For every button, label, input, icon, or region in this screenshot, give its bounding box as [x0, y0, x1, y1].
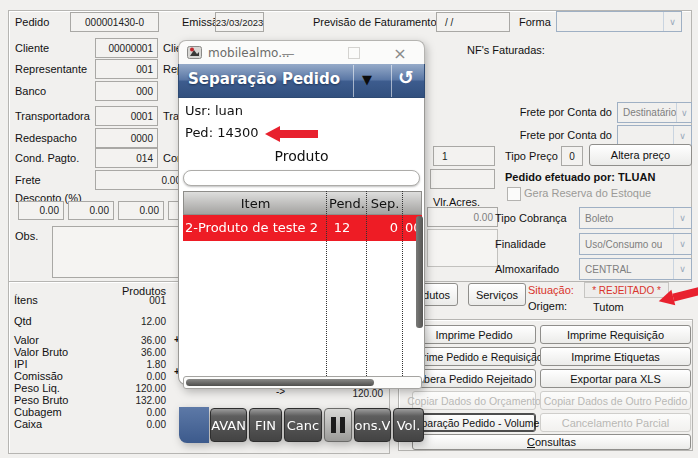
- dialog-header: Separação Pedido ▼ ↺: [178, 64, 425, 98]
- copiar-dados-outro-pedido-button[interactable]: Copiar Dados de Outro Pedido: [540, 391, 691, 410]
- finalizar-button[interactable]: FIN: [249, 408, 282, 442]
- table-horizontal-scrollbar-track[interactable]: [183, 376, 422, 389]
- imprime-etiquetas-button[interactable]: Imprime Etiquetas: [540, 347, 691, 366]
- situacao-label: Situação:: [528, 284, 574, 296]
- representante-field[interactable]: 001: [95, 59, 158, 79]
- vlr-acres-field[interactable]: 0.00: [427, 207, 498, 227]
- close-icon[interactable]: ×: [391, 45, 409, 61]
- separacao-pedido-volume-button[interactable]: Separação Pedido - Volume: [412, 413, 536, 432]
- frete-field[interactable]: 0.00: [95, 170, 186, 190]
- ped-annotation-arrow-icon: [265, 126, 318, 142]
- summary-value-qtd: 12.00: [96, 316, 166, 327]
- order-form-window: Pedido 000001430-0 Emissão 23/03/2023 Pr…: [0, 0, 698, 458]
- almoxarifado-value: CENTRAL: [585, 264, 632, 275]
- dialog-bottom-blue-stub: [179, 407, 209, 443]
- cancelamento-parcial-button[interactable]: Cancelamento Parcial: [540, 413, 691, 432]
- previsao-faturamento-label: Previsão de Faturamento: [313, 16, 437, 28]
- frete-label: Frete: [15, 174, 41, 186]
- table-cell-sep: 0: [362, 220, 398, 235]
- summary-value-peso-liq: 120.00: [96, 383, 166, 394]
- finalidade-dropdown[interactable]: Uso/Consumo ou ∨: [579, 233, 692, 255]
- summary-total-peso: 120.00: [313, 388, 383, 399]
- desconto-field-1[interactable]: 0.00: [18, 201, 64, 220]
- frete-conta-2-dropdown[interactable]: ∨: [617, 125, 692, 146]
- summary-label-qtd: Qtd: [14, 315, 32, 327]
- maximize-icon[interactable]: [345, 45, 363, 61]
- summary-value-valor: 36.00: [96, 335, 166, 346]
- summary-label-cubagem: Cubagem: [14, 406, 62, 418]
- almoxarifado-dropdown[interactable]: CENTRAL ∨: [579, 258, 692, 280]
- header-dropdown-icon[interactable]: ▼: [362, 72, 372, 87]
- redespacho-label: Redespacho: [15, 132, 77, 144]
- copiar-dados-orcamento-button[interactable]: Copiar Dados do Orçamento: [412, 391, 536, 410]
- banco-field[interactable]: 000: [95, 81, 158, 101]
- summary-label-ipi: IPI: [14, 358, 27, 370]
- transportadora-label: Transportadora: [15, 110, 90, 122]
- table-horizontal-scrollbar-thumb[interactable]: [186, 379, 374, 386]
- header-undo-icon[interactable]: ↺: [398, 66, 414, 88]
- exportar-xls-button[interactable]: Exportar para XLS: [540, 369, 691, 388]
- previsao-faturamento-field[interactable]: / /: [436, 12, 510, 32]
- redespacho-field[interactable]: 0000: [95, 128, 158, 148]
- dialog-titlebar[interactable]: mobilealmo... — ×: [178, 40, 425, 64]
- summary-value-itens: 001: [96, 295, 166, 306]
- summary-value-peso-bruto: 132.00: [96, 395, 166, 406]
- pedido-label: Pedido: [15, 16, 49, 28]
- obs-label: Obs.: [15, 230, 38, 242]
- pedido-field[interactable]: 000001430-0: [70, 12, 159, 32]
- table-header: Item Pend. Sep.: [183, 191, 422, 215]
- desconto-field-2[interactable]: 0.00: [68, 201, 114, 220]
- avancar-button[interactable]: AVAN: [210, 408, 247, 442]
- summary-value-caixa: 0.00: [96, 419, 166, 430]
- pedido-efetuado-text: Pedido efetuado por: TLUAN: [505, 171, 655, 183]
- servicos-button[interactable]: Serviços: [468, 283, 526, 306]
- dialog-body: Usr: luan Ped: 14300 Produto Item Pend. …: [178, 98, 425, 385]
- cancelar-button[interactable]: Canc: [284, 408, 322, 442]
- pause-button[interactable]: [324, 408, 352, 442]
- emissao-field[interactable]: 23/03/2023: [215, 12, 264, 32]
- desconto-field-3[interactable]: 0.00: [118, 201, 164, 220]
- origem-label: Origem:: [528, 300, 567, 312]
- forma-label: Forma: [519, 16, 551, 28]
- tipo-cobranca-value: Boleto: [585, 213, 613, 224]
- transportadora-field[interactable]: 0001: [95, 106, 158, 126]
- imprime-pedido-button[interactable]: Imprime Pedido: [412, 325, 536, 344]
- table-header-item: Item: [184, 196, 327, 211]
- table-vertical-scrollbar[interactable]: [416, 216, 423, 328]
- cliente-label: Cliente: [15, 42, 49, 54]
- libera-pedido-rejeitado-button[interactable]: Libera Pedido Rejeitado: [412, 369, 536, 388]
- summary-value-cubagem: 0.00: [96, 407, 166, 418]
- consultas-button[interactable]: Consultas: [412, 434, 691, 450]
- vol-button[interactable]: Vol.: [393, 408, 424, 442]
- tipo-cobranca-label: Tipo Cobrança: [495, 212, 567, 224]
- gera-reserva-label: Gera Reserva do Estoque: [524, 187, 651, 199]
- dialog-ped-text: Ped: 14300: [185, 125, 259, 140]
- summary-label-peso-liq: Peso Liq.: [14, 382, 60, 394]
- qtde-field[interactable]: 1: [433, 146, 495, 166]
- table-cell-pend: 12: [322, 220, 362, 235]
- dialog-header-title: Separação Pedido: [188, 70, 340, 88]
- imprime-pedido-requisicao-button[interactable]: Imprime Pedido e Requisição: [412, 347, 536, 366]
- forma-dropdown[interactable]: ∨: [556, 11, 682, 32]
- cons-vol-button[interactable]: ons.V: [354, 408, 391, 442]
- dialog-search-bar[interactable]: [183, 170, 420, 186]
- tipo-cobranca-dropdown[interactable]: Boleto ∨: [579, 207, 692, 229]
- chevron-down-icon: ∨: [673, 259, 691, 279]
- pause-icon: [331, 417, 345, 433]
- frete-conta-1-label: Frete por Conta do: [452, 106, 612, 118]
- imprime-requisicao-button[interactable]: Imprime Requisição: [540, 325, 691, 344]
- tipo-preco-field[interactable]: 0: [561, 146, 583, 166]
- extra-field[interactable]: [430, 169, 495, 189]
- frete-conta-1-value: Destinatário: [623, 107, 676, 118]
- summary-value-ipi: 1.80: [96, 359, 166, 370]
- chevron-down-icon: ∨: [663, 12, 681, 31]
- table-row-selected[interactable]: 2-Produto de teste 2 12 0 00: [183, 215, 422, 241]
- summary-label-comissao: Comissão: [14, 370, 63, 382]
- cond-pagto-field[interactable]: 014: [95, 148, 158, 168]
- cliente-field[interactable]: 00000001: [95, 38, 158, 58]
- table-header-pend: Pend.: [327, 196, 367, 211]
- frete-conta-1-dropdown[interactable]: Destinatário ∨: [617, 102, 692, 123]
- gera-reserva-checkbox[interactable]: [507, 187, 521, 201]
- altera-preco-button[interactable]: Altera preço: [589, 144, 692, 166]
- minimize-icon[interactable]: —: [279, 45, 297, 61]
